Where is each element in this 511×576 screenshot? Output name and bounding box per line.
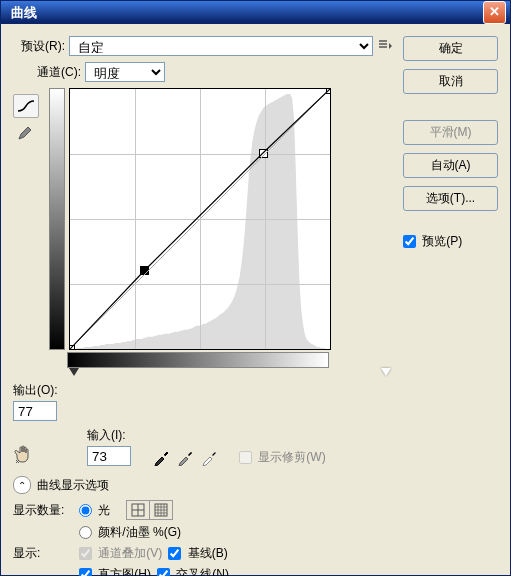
curves-grid[interactable] xyxy=(69,88,331,350)
preset-menu-icon[interactable] xyxy=(377,38,393,54)
hand-tool-icon[interactable] xyxy=(13,442,37,466)
show-label: 显示: xyxy=(13,545,73,562)
black-eyedropper-icon[interactable] xyxy=(153,448,171,466)
gray-eyedropper-icon[interactable] xyxy=(177,448,195,466)
output-field[interactable] xyxy=(13,401,57,421)
smooth-button: 平滑(M) xyxy=(403,120,498,145)
preset-label: 预设(R): xyxy=(13,38,65,55)
channel-overlay-checkbox[interactable]: 通道叠加(V) xyxy=(79,545,162,562)
auto-button[interactable]: 自动(A) xyxy=(403,153,498,178)
preset-select[interactable]: 自定 xyxy=(69,36,373,56)
preview-checkbox[interactable]: 预览(P) xyxy=(403,233,498,250)
output-gradient xyxy=(49,88,65,350)
input-label: 输入(I): xyxy=(87,427,131,444)
titlebar: 曲线 ✕ xyxy=(1,1,510,24)
display-options-header: 曲线显示选项 xyxy=(37,477,109,494)
histogram-checkbox[interactable]: 直方图(H) xyxy=(79,566,151,576)
pencil-tool-button[interactable] xyxy=(13,122,37,144)
light-radio[interactable]: 光 xyxy=(79,502,110,519)
collapse-icon[interactable]: ⌃ xyxy=(13,476,31,494)
close-button[interactable]: ✕ xyxy=(483,1,506,24)
svg-line-0 xyxy=(70,89,330,349)
intersection-checkbox[interactable]: 交叉线(N) xyxy=(157,566,229,576)
baseline-checkbox[interactable]: 基线(B) xyxy=(168,545,227,562)
grid-4x4-icon[interactable] xyxy=(127,501,150,519)
input-field[interactable] xyxy=(87,446,131,466)
grid-type-toggle[interactable] xyxy=(126,500,173,520)
curve-tool-button[interactable] xyxy=(13,94,39,118)
white-eyedropper-icon[interactable] xyxy=(201,448,219,466)
channel-select[interactable]: 明度 xyxy=(85,62,165,82)
output-label: 输出(O): xyxy=(13,382,58,399)
cancel-button[interactable]: 取消 xyxy=(403,69,498,94)
amount-label: 显示数量: xyxy=(13,502,73,519)
channel-label: 通道(C): xyxy=(37,64,81,81)
ok-button[interactable]: 确定 xyxy=(403,36,498,61)
window-title: 曲线 xyxy=(5,4,483,22)
options-button[interactable]: 选项(T)... xyxy=(403,186,498,211)
grid-10x10-icon[interactable] xyxy=(150,501,172,519)
pigment-radio[interactable]: 颜料/油墨 %(G) xyxy=(79,524,181,541)
show-clipping-checkbox: 显示修剪(W) xyxy=(239,449,326,466)
input-gradient xyxy=(67,352,329,368)
